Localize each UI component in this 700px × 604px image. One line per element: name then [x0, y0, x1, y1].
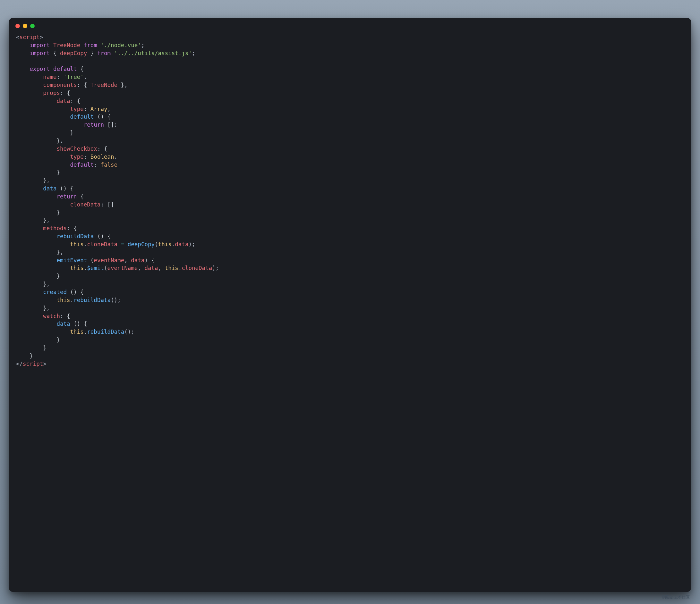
code-content: <script> import TreeNode from './node.vu… [16, 33, 684, 368]
minimize-icon[interactable] [23, 24, 27, 28]
maximize-icon[interactable] [30, 24, 35, 28]
window-traffic-lights [9, 18, 691, 30]
watermark-text: ©掘金技术社区 [9, 592, 691, 600]
editor-window: <script> import TreeNode from './node.vu… [9, 18, 691, 592]
close-icon[interactable] [16, 24, 20, 28]
code-viewport[interactable]: <script> import TreeNode from './node.vu… [9, 30, 691, 592]
